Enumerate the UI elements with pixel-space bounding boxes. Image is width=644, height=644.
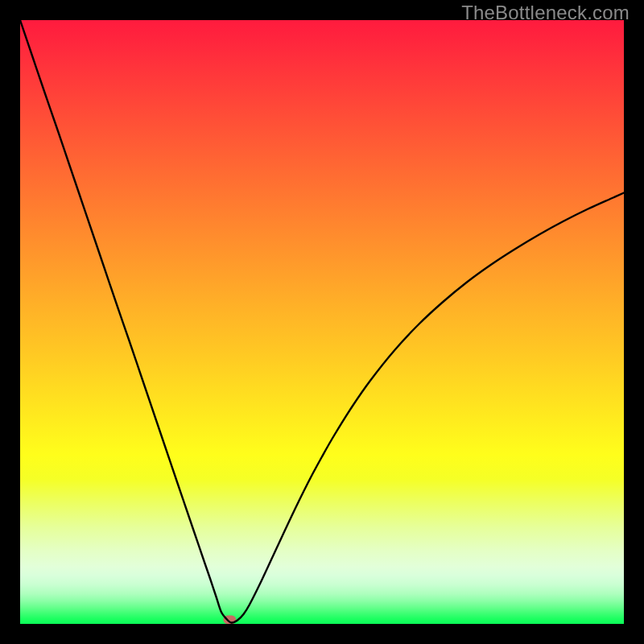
watermark-label: TheBottleneck.com [461, 2, 630, 24]
chart-frame: TheBottleneck.com [0, 0, 644, 644]
chart-svg [20, 20, 624, 624]
plot-area [20, 20, 624, 624]
gradient-background [20, 20, 624, 624]
